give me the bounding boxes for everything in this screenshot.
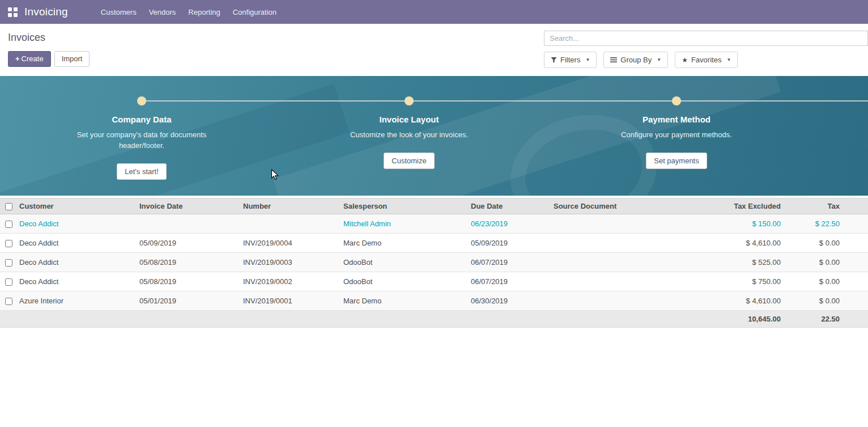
- cell-tax[interactable]: $ 0.00: [785, 234, 868, 253]
- cell-number[interactable]: INV/2019/0003: [239, 253, 339, 272]
- invoice-row[interactable]: Deco Addict 05/08/2019 INV/2019/0003 Odo…: [0, 253, 868, 272]
- column-header-number[interactable]: Number: [239, 198, 339, 214]
- cell-number[interactable]: INV/2019/0001: [239, 291, 339, 311]
- import-button[interactable]: Import: [54, 51, 90, 67]
- cell-source-document[interactable]: [549, 291, 691, 311]
- menu-reporting[interactable]: Reporting: [187, 6, 221, 19]
- column-header-source-document[interactable]: Source Document: [549, 198, 691, 214]
- row-checkbox[interactable]: [5, 240, 12, 247]
- lets-start-button[interactable]: Let's start!: [117, 163, 167, 180]
- set-payments-button[interactable]: Set payments: [646, 153, 707, 169]
- star-icon: ★: [682, 57, 688, 63]
- create-button[interactable]: +Create: [8, 51, 51, 67]
- cell-tax-excluded[interactable]: $ 150.00: [691, 214, 785, 234]
- invoice-table: Customer Invoice Date Number Salesperson…: [0, 198, 868, 328]
- cell-customer[interactable]: Deco Addict: [15, 214, 135, 234]
- row-checkbox[interactable]: [5, 259, 12, 267]
- column-header-due-date[interactable]: Due Date: [466, 198, 549, 214]
- total-tax: 22.50: [785, 311, 868, 328]
- column-header-invoice-date[interactable]: Invoice Date: [135, 198, 239, 214]
- invoice-row[interactable]: Azure Interior 05/01/2019 INV/2019/0001 …: [0, 291, 868, 311]
- step-dot-company-data: [137, 96, 146, 105]
- cell-tax-excluded[interactable]: $ 4,610.00: [691, 291, 785, 311]
- search-input[interactable]: [544, 31, 868, 46]
- step-title: Invoice Layout: [324, 115, 494, 124]
- invoice-row[interactable]: Deco Addict 05/08/2019 INV/2019/0002 Odo…: [0, 272, 868, 291]
- cell-customer[interactable]: Deco Addict: [15, 234, 135, 253]
- column-header-salesperson[interactable]: Salesperson: [339, 198, 466, 214]
- group-by-label: Group By: [620, 56, 652, 64]
- row-checkbox[interactable]: [5, 278, 12, 286]
- cell-customer[interactable]: Deco Addict: [15, 272, 135, 291]
- onboarding-banner: Company Data Set your company's data for…: [0, 76, 868, 196]
- cell-invoice-date[interactable]: 05/09/2019: [135, 234, 239, 253]
- cell-tax-excluded[interactable]: $ 4,610.00: [691, 234, 785, 253]
- invoice-row[interactable]: Deco Addict Mitchell Admin 06/23/2019 $ …: [0, 214, 868, 234]
- cell-tax[interactable]: $ 22.50: [785, 214, 868, 234]
- row-checkbox[interactable]: [5, 221, 12, 228]
- column-header-tax-excluded[interactable]: Tax Excluded: [691, 198, 785, 214]
- row-select-cell: [0, 272, 15, 291]
- apps-icon-square: [14, 13, 18, 17]
- step-description: Configure your payment methods.: [611, 129, 742, 140]
- row-select-cell: [0, 234, 15, 253]
- cell-customer[interactable]: Deco Addict: [15, 253, 135, 272]
- menu-configuration[interactable]: Configuration: [232, 6, 278, 19]
- favorites-button[interactable]: ★ Favorites ▼: [675, 52, 738, 68]
- cell-salesperson[interactable]: OdooBot: [339, 272, 466, 291]
- cell-salesperson[interactable]: Marc Demo: [339, 291, 466, 311]
- column-header-tax[interactable]: Tax: [785, 198, 868, 214]
- cell-number[interactable]: [239, 214, 339, 234]
- caret-down-icon: ▼: [657, 57, 661, 62]
- step-description: Set your company's data for documents he…: [76, 129, 207, 151]
- cell-tax-excluded[interactable]: $ 525.00: [691, 253, 785, 272]
- cell-invoice-date[interactable]: 05/08/2019: [135, 272, 239, 291]
- invoice-row[interactable]: Deco Addict 05/09/2019 INV/2019/0004 Mar…: [0, 234, 868, 253]
- step-description: Customize the look of your invoices.: [343, 129, 475, 140]
- row-checkbox[interactable]: [5, 298, 12, 305]
- apps-menu-icon[interactable]: [8, 7, 18, 17]
- cell-tax[interactable]: $ 0.00: [785, 253, 868, 272]
- cell-due-date[interactable]: 06/30/2019: [466, 291, 549, 311]
- select-all-checkbox[interactable]: [5, 203, 12, 210]
- cell-due-date[interactable]: 06/23/2019: [466, 214, 549, 234]
- cell-due-date[interactable]: 06/07/2019: [466, 272, 549, 291]
- cell-salesperson[interactable]: Mitchell Admin: [339, 214, 466, 234]
- menu-customers[interactable]: Customers: [100, 6, 138, 19]
- cell-due-date[interactable]: 06/07/2019: [466, 253, 549, 272]
- cell-invoice-date[interactable]: 05/08/2019: [135, 253, 239, 272]
- cell-due-date[interactable]: 05/09/2019: [466, 234, 549, 253]
- cell-tax-excluded[interactable]: $ 750.00: [691, 272, 785, 291]
- cell-invoice-date[interactable]: [135, 214, 239, 234]
- cell-source-document[interactable]: [549, 272, 691, 291]
- filters-label: Filters: [560, 56, 580, 64]
- cell-tax[interactable]: $ 0.00: [785, 272, 868, 291]
- step-dot-payment-method: [672, 96, 681, 105]
- cell-tax[interactable]: $ 0.00: [785, 291, 868, 311]
- filter-icon: [551, 57, 557, 63]
- filters-button[interactable]: Filters ▼: [544, 52, 597, 68]
- group-by-button[interactable]: Group By ▼: [603, 52, 668, 68]
- step-dot-invoice-layout: [405, 96, 414, 105]
- customize-button[interactable]: Customize: [384, 153, 434, 169]
- column-header-customer[interactable]: Customer: [15, 198, 135, 214]
- top-navbar: Invoicing Customers Vendors Reporting Co…: [0, 0, 868, 24]
- cell-source-document[interactable]: [549, 214, 691, 234]
- cell-number[interactable]: INV/2019/0004: [239, 234, 339, 253]
- cell-customer[interactable]: Azure Interior: [15, 291, 135, 311]
- favorites-label: Favorites: [691, 56, 721, 64]
- step-title: Payment Method: [592, 115, 761, 124]
- cell-invoice-date[interactable]: 05/01/2019: [135, 291, 239, 311]
- menu-vendors[interactable]: Vendors: [148, 6, 177, 19]
- apps-icon-square: [8, 13, 12, 17]
- cell-source-document[interactable]: [549, 253, 691, 272]
- cell-salesperson[interactable]: Marc Demo: [339, 234, 466, 253]
- app-title[interactable]: Invoicing: [24, 6, 68, 18]
- cell-salesperson[interactable]: OdooBot: [339, 253, 466, 272]
- footer-spacer: [0, 311, 691, 328]
- onboarding-step-company-data: Company Data Set your company's data for…: [57, 96, 227, 180]
- step-title: Company Data: [57, 115, 227, 124]
- cell-source-document[interactable]: [549, 234, 691, 253]
- cell-number[interactable]: INV/2019/0002: [239, 272, 339, 291]
- table-footer-row: 10,645.00 22.50: [0, 311, 868, 328]
